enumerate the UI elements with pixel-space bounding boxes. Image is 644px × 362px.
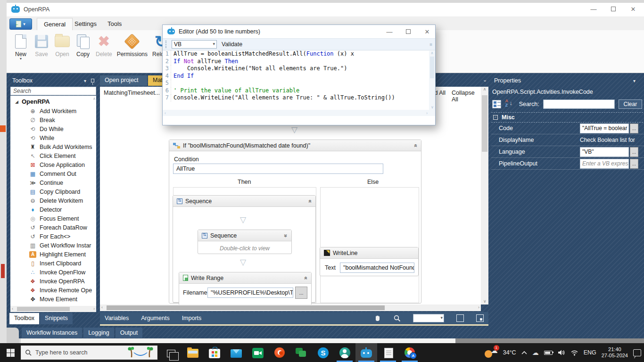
speaker-icon[interactable] bbox=[558, 349, 565, 356]
filename-input[interactable]: "%USERPROFILE%\Desktop\Test bbox=[207, 288, 293, 298]
toolbox-item[interactable]: ↺Foreach DataRow bbox=[10, 223, 96, 232]
collapse-icon[interactable]: » bbox=[413, 144, 419, 147]
scrollbar-thumb[interactable] bbox=[17, 307, 70, 311]
expand-icon[interactable]: » bbox=[283, 234, 289, 237]
close-icon[interactable]: ✕ bbox=[630, 6, 636, 13]
toolbox-item[interactable]: ↺For Each<> bbox=[10, 232, 96, 241]
zoom-icon[interactable] bbox=[394, 315, 401, 322]
scroll-down-icon[interactable]: ∨ bbox=[483, 299, 487, 304]
activity-sequence-outer[interactable]: Sequence » ▽ Sequence » Double-click to … bbox=[173, 195, 316, 303]
toolbox-search-input[interactable] bbox=[10, 87, 96, 95]
chevron-down-icon[interactable]: ▾ bbox=[84, 78, 86, 83]
scrollbar-thumb[interactable] bbox=[482, 95, 487, 152]
taskbar-search-input[interactable] bbox=[35, 349, 111, 356]
toolbox-item[interactable]: ♜Bulk Add Workitems bbox=[10, 142, 96, 151]
activity-sequence-inner[interactable]: Sequence » Double-click to view bbox=[198, 230, 292, 254]
scroll-right-icon[interactable]: › bbox=[478, 305, 479, 310]
code-text[interactable]: ' Print the value of allTrue variable bbox=[171, 87, 299, 95]
temperature-label[interactable]: 34°C bbox=[503, 349, 516, 356]
activity-write-range-header[interactable]: Write Range » bbox=[179, 272, 311, 284]
clear-button[interactable]: Clear bbox=[619, 99, 642, 109]
scrollbar-thumb[interactable] bbox=[430, 57, 434, 78]
tab-output[interactable]: Output bbox=[116, 328, 143, 338]
scroll-left-icon[interactable]: ‹ bbox=[165, 111, 166, 115]
scroll-right-icon[interactable]: › bbox=[93, 306, 95, 311]
activity-if-header[interactable]: If "boolMismatchFound(Mismatched date fo… bbox=[169, 140, 421, 151]
ellipsis-button[interactable]: ... bbox=[630, 147, 638, 157]
sort-alphabetical-icon[interactable]: AZ↓ bbox=[505, 99, 515, 109]
toolbox-item[interactable]: AHighlight Element bbox=[10, 250, 96, 259]
toolbar-grip[interactable] bbox=[165, 41, 167, 48]
action-center-icon[interactable] bbox=[633, 349, 641, 356]
code-text[interactable]: If Not allTrue Then bbox=[171, 58, 238, 66]
property-value-code[interactable]: "AllTrue = boolear bbox=[580, 123, 629, 133]
toolbox-item[interactable]: ▤Copy Clipboard bbox=[10, 187, 96, 196]
category-misc[interactable]: − Misc bbox=[491, 112, 643, 123]
chevron-down-icon[interactable]: ⌄ bbox=[483, 77, 487, 83]
toolbox-item[interactable]: ♦Detector bbox=[10, 205, 96, 214]
open-button[interactable]: Open bbox=[52, 31, 73, 60]
splitter-icon[interactable]: ≡ bbox=[429, 42, 432, 47]
code-text[interactable]: AllTrue = booleanListMatchedResult.All(F… bbox=[171, 50, 354, 58]
toolbox-root-node[interactable]: ◢ OpenRPA bbox=[10, 97, 96, 107]
office-taskbar-button[interactable] bbox=[269, 343, 290, 362]
scroll-left-icon[interactable]: ‹ bbox=[12, 306, 13, 311]
scroll-right-icon[interactable]: › bbox=[426, 111, 428, 115]
browse-button[interactable]: ... bbox=[295, 287, 307, 299]
pan-hand-icon[interactable] bbox=[374, 314, 381, 322]
tab-general[interactable]: General bbox=[37, 18, 73, 30]
notepad-taskbar-button[interactable] bbox=[377, 343, 399, 362]
mail-taskbar-button[interactable] bbox=[225, 343, 247, 362]
battery-icon[interactable] bbox=[544, 351, 553, 355]
scroll-down-icon[interactable]: ∨ bbox=[431, 105, 434, 109]
property-value-language[interactable]: "VB" bbox=[580, 147, 629, 157]
toolbox-item[interactable]: ❖Invoke OpenRPA bbox=[10, 277, 96, 286]
designer-vertical-scrollbar[interactable]: ∧ ∨ bbox=[481, 87, 488, 304]
condition-input[interactable]: AllTrue bbox=[173, 164, 383, 174]
copy-button[interactable]: Copy bbox=[73, 31, 93, 60]
tab-workflow-instances[interactable]: Workflow Instances bbox=[22, 328, 82, 338]
else-branch[interactable] bbox=[320, 187, 419, 303]
ellipsis-button[interactable]: ... bbox=[630, 123, 638, 133]
show-hidden-icons-icon[interactable] bbox=[521, 351, 527, 354]
code-text[interactable]: End If bbox=[171, 73, 194, 80]
chevron-down-icon[interactable]: ▾ bbox=[633, 78, 636, 83]
code-editor[interactable]: 1AllTrue = booleanListMatchedResult.All(… bbox=[163, 50, 435, 110]
file-explorer-taskbar-button[interactable] bbox=[182, 343, 204, 362]
tab-settings[interactable]: Settings bbox=[68, 18, 103, 30]
tab-toolbox[interactable]: Toolbox bbox=[9, 313, 39, 324]
edge-profile-taskbar-button[interactable] bbox=[334, 343, 355, 362]
activity-write-range[interactable]: Write Range » Filename "%USERPROFILE%\De… bbox=[179, 272, 312, 304]
toolbox-item[interactable]: ⊕Add Workitem bbox=[10, 107, 96, 115]
editor-horizontal-scrollbar[interactable]: ‹ › bbox=[163, 110, 435, 116]
categorize-icon[interactable] bbox=[492, 100, 501, 108]
delete-button[interactable]: ✖Delete bbox=[93, 31, 115, 60]
minimize-icon[interactable]: — bbox=[590, 6, 597, 13]
zoom-level-select[interactable] bbox=[413, 314, 444, 322]
toolbox-item[interactable]: ∅Break bbox=[10, 115, 96, 124]
permissions-button[interactable]: Permissions bbox=[115, 31, 150, 60]
save-button[interactable]: Save bbox=[31, 31, 52, 60]
toolbox-item[interactable]: ⊖Delete Workitem bbox=[10, 196, 96, 205]
new-button[interactable]: New▾ bbox=[10, 31, 31, 60]
language-select[interactable]: VB bbox=[172, 40, 217, 49]
maximize-icon[interactable] bbox=[405, 28, 412, 35]
tab-logging[interactable]: Logging bbox=[83, 328, 114, 338]
overview-icon[interactable] bbox=[476, 314, 484, 322]
openrpa-taskbar-button[interactable] bbox=[355, 343, 377, 362]
pin-icon[interactable] bbox=[91, 79, 94, 82]
collapse-icon[interactable]: » bbox=[307, 199, 314, 203]
properties-search-input[interactable] bbox=[543, 99, 615, 109]
weather-icon[interactable]: ☁ 1 bbox=[484, 346, 498, 359]
imports-button[interactable]: Imports bbox=[182, 315, 202, 321]
microsoft-store-taskbar-button[interactable] bbox=[204, 343, 225, 362]
meet-taskbar-button[interactable] bbox=[247, 343, 269, 362]
app-menu-button[interactable]: ▾ bbox=[9, 18, 32, 30]
collapse-all-button[interactable]: Collapse All bbox=[452, 90, 481, 103]
toolbox-item[interactable]: ↖Click Element bbox=[10, 151, 96, 160]
designer-horizontal-scrollbar[interactable]: ‹ › bbox=[100, 304, 481, 311]
activity-writeline-header[interactable]: WriteLine bbox=[320, 247, 418, 259]
writeline-text-input[interactable]: "boolMismatched NotFound bbox=[340, 263, 414, 273]
scroll-left-icon[interactable]: ‹ bbox=[101, 305, 103, 310]
chat-taskbar-button[interactable] bbox=[290, 343, 312, 362]
